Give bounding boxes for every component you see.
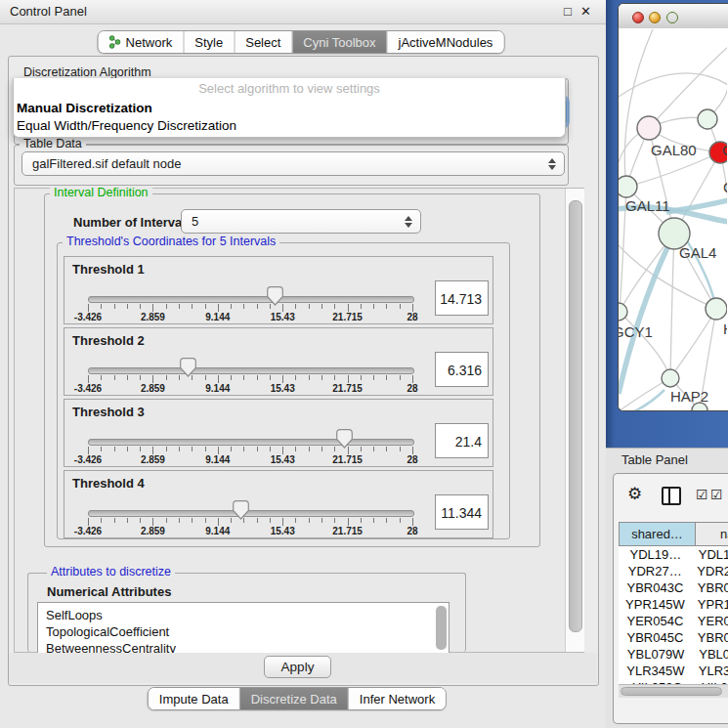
node-label-hap2: HAP2	[670, 388, 708, 405]
threshold-row: Threshold 3-3.4262.8599.14415.4321.71528…	[64, 399, 493, 467]
tab-impute-data[interactable]: Impute Data	[149, 688, 240, 709]
node-label-gcy1: GCY1	[619, 323, 653, 340]
cell-name[interactable]: YDR2	[691, 564, 728, 578]
settings-vertical-scrollbar[interactable]	[565, 189, 584, 652]
threshold-label: Threshold 3	[72, 405, 145, 419]
split-columns-icon[interactable]	[662, 487, 681, 505]
cell-name[interactable]: YBR0	[692, 580, 728, 595]
cell-shared-name[interactable]: YDL19…	[619, 547, 693, 562]
slider-track[interactable]	[88, 296, 414, 303]
tab-cyni-toolbox[interactable]: Cyni Toolbox	[292, 31, 387, 53]
numerical-attributes-list[interactable]: SelfLoopsTopologicalCoefficientBetweenne…	[37, 602, 450, 654]
num-intervals-value: 5	[192, 214, 198, 229]
tick-label: 21.715	[332, 454, 363, 465]
algorithm-option-manual[interactable]: Manual Discretization	[17, 101, 152, 115]
threshold-row: Threshold 1-3.4262.8599.14415.4321.71528…	[64, 256, 493, 324]
column-header-shared[interactable]: shared…	[619, 522, 696, 546]
network-edge	[666, 200, 727, 212]
tab-label: Network	[126, 35, 173, 50]
minimize-traffic-light-icon[interactable]	[649, 12, 661, 23]
table-row: YBR045CYBR0	[619, 629, 728, 646]
cell-name[interactable]: YER0	[692, 614, 728, 628]
network-node-gal-partial[interactable]	[698, 109, 717, 129]
threshold-value-input[interactable]: 14.713	[435, 280, 489, 316]
list-item[interactable]: SelfLoops	[38, 607, 449, 623]
checkbox-icon[interactable]: ☑	[696, 488, 708, 501]
cell-shared-name[interactable]: YDR27…	[619, 564, 691, 578]
network-edge	[624, 29, 653, 187]
algorithm-option-equal-width[interactable]: Equal Width/Frequency Discretization	[17, 118, 236, 133]
cell-shared-name[interactable]: YER054C	[619, 614, 692, 628]
slider-track[interactable]	[88, 439, 414, 446]
close-panel-icon[interactable]: ✕	[580, 4, 591, 19]
tick-label: 9.144	[205, 383, 230, 394]
column-header-name[interactable]: na	[696, 522, 728, 546]
control-panel-title: Control Panel	[10, 4, 87, 19]
network-node-gal80[interactable]	[637, 116, 661, 140]
network-canvas[interactable]: GAL80GACGAL11GAL4GCY1HHAP2	[619, 28, 728, 410]
gear-icon[interactable]: ⚙	[627, 486, 642, 502]
cell-name[interactable]: YBR0	[692, 630, 728, 645]
cell-name[interactable]: YBL0	[693, 647, 728, 662]
table-data-group-label: Table Data	[20, 138, 86, 150]
cell-name[interactable]: YLR3	[693, 664, 728, 678]
node-label-gal11: GAL11	[625, 197, 670, 214]
stepper-icon	[402, 216, 415, 228]
interval-definition-label: Interval Definition	[50, 187, 152, 199]
float-window-icon[interactable]: □	[564, 4, 572, 19]
network-node-h-partial[interactable]	[706, 298, 727, 320]
network-node-gal11[interactable]	[619, 176, 637, 197]
slider-thumb[interactable]	[233, 500, 249, 520]
slider-thumb[interactable]	[267, 286, 283, 306]
cell-shared-name[interactable]: YLR345W	[619, 664, 693, 678]
network-window-titlebar[interactable]	[619, 4, 728, 29]
list-scrollbar-thumb[interactable]	[436, 606, 447, 650]
close-traffic-light-icon[interactable]	[632, 12, 644, 23]
cell-shared-name[interactable]: YBR043C	[619, 580, 692, 595]
table-row: YER054CYER0	[619, 613, 728, 629]
apply-button-label: Apply	[281, 660, 315, 674]
zoom-traffic-light-icon[interactable]	[666, 12, 678, 23]
table-data-combobox[interactable]: galFiltered.sif default node	[21, 151, 565, 176]
cell-shared-name[interactable]: YBR045C	[619, 630, 692, 645]
slider-ticks	[88, 518, 412, 528]
tick-label: 2.859	[141, 312, 165, 322]
threshold-value-input[interactable]: 6.316	[435, 352, 489, 387]
tab-infer-network[interactable]: Infer Network	[349, 688, 446, 709]
threshold-value-input[interactable]: 11.344	[435, 494, 489, 530]
table-panel: ⚙ ☑ ☑ shared… na YDL19…YDL1YDR27…YDR2YBR…	[613, 473, 728, 724]
threshold-label: Threshold 4	[72, 476, 145, 491]
network-window: GAL80GACGAL11GAL4GCY1HHAP2	[618, 3, 728, 411]
tab-style[interactable]: Style	[184, 31, 235, 53]
attributes-group-label: Attributes to discretize	[47, 566, 175, 578]
cell-name[interactable]: YDL1	[693, 547, 728, 562]
tick-label: 9.144	[205, 312, 230, 322]
list-item[interactable]: BetweennessCentrality	[38, 640, 449, 654]
slider-thumb[interactable]	[180, 358, 196, 377]
cell-shared-name[interactable]: YBL079W	[619, 647, 693, 662]
table-horizontal-scrollbar[interactable]	[619, 684, 728, 698]
tick-label: 21.715	[332, 383, 363, 394]
hscroll-thumb[interactable]	[621, 687, 722, 696]
tick-label: 15.43	[271, 383, 295, 394]
tick-label: 2.859	[141, 454, 165, 465]
apply-button[interactable]: Apply	[264, 656, 331, 678]
tab-discretize-data[interactable]: Discretize Data	[240, 688, 349, 709]
tab-network[interactable]: Network	[99, 31, 185, 53]
tab-label: Style	[194, 35, 223, 50]
network-node-hap2[interactable]	[662, 369, 679, 387]
slider-track[interactable]	[88, 510, 414, 517]
threshold-value-input[interactable]: 21.4	[435, 423, 489, 458]
checkbox-icon[interactable]: ☑	[710, 488, 723, 501]
slider-ticks	[88, 447, 412, 456]
tab-select[interactable]: Select	[235, 31, 292, 53]
num-intervals-combobox[interactable]: 5	[181, 209, 421, 234]
cell-shared-name[interactable]: YPR145W	[619, 597, 692, 612]
list-item[interactable]: TopologicalCoefficient	[38, 623, 449, 640]
slider-track[interactable]	[88, 367, 414, 374]
tab-jactivemnodules[interactable]: jActiveMNodules	[388, 31, 504, 53]
threshold-label: Threshold 1	[72, 262, 145, 277]
scrollbar-thumb[interactable]	[569, 200, 582, 632]
slider-thumb[interactable]	[336, 429, 353, 449]
cell-name[interactable]: YPR1	[692, 597, 728, 612]
